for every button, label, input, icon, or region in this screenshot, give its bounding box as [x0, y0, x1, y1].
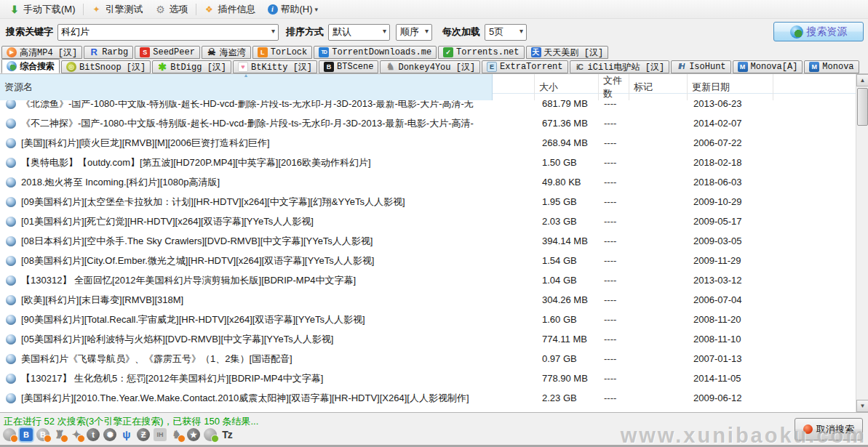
resource-name: [01美国科幻片][死亡幻觉][HR-HDTV][x264][双语字幕][YYe… [21, 215, 314, 228]
rest-cell [773, 172, 856, 192]
result-row[interactable]: [美国科幻片][2010.The.Year.We.Make.Contact.20… [0, 388, 856, 408]
engine-status-icon[interactable]: ★ [187, 428, 200, 441]
result-row[interactable]: 【奥特电影】【outdy.com】[第五波][HD720P.MP4][中英字幕]… [0, 153, 856, 172]
size-cell: 778.90 MB [535, 369, 599, 388]
engine-status-icon[interactable]: ♜ [53, 428, 66, 441]
result-row[interactable]: 【130217】 生化危机5：惩罚[2012年美国科幻片][BDRIP-MP4中… [0, 369, 856, 388]
engine-status-icon[interactable]: Ƶ [137, 428, 150, 441]
menu-item[interactable]: i 帮助(H) [262, 1, 324, 18]
result-row[interactable]: [08美国科幻片][City.Of.Ember.微光之城][HR-HDTV][x… [0, 251, 856, 270]
engine-status-icon[interactable]: ♞ [170, 428, 183, 441]
engine-tab-label: 高清MP4 [汉] [20, 47, 77, 59]
result-row[interactable]: 《不二神探》-国产-1080-中文版-特别版-超长-HD-vcd-删除-片段-t… [0, 113, 856, 133]
engine-status-icon[interactable]: Tz [220, 428, 234, 441]
date-cell: 2008-11-20 [688, 310, 773, 329]
column-header-label: 更新日期 [692, 81, 730, 94]
menu-item[interactable]: ⚙ 选项 [149, 1, 194, 18]
search-resources-button[interactable]: 搜索资源 [773, 22, 864, 41]
files-cell: ---- [599, 212, 629, 231]
engine-status-icon[interactable]: IH [154, 428, 167, 441]
mark-cell [629, 153, 688, 172]
menu-item[interactable]: ❖ 插件信息 [198, 1, 262, 18]
engine-tab[interactable]: ▶ 高清MP4 [汉] [1, 46, 82, 59]
result-row[interactable]: [08日本科幻片][空中杀手.The Sky Crawlers][DVD-RMV… [0, 231, 856, 251]
files-cell: ---- [599, 329, 629, 349]
torrent-globe-icon [6, 393, 16, 403]
engine-tab[interactable]: ✓ Torrents.net [438, 46, 524, 59]
result-row[interactable]: [90美国科幻片][Total.Recall.宇宙威龙][HR-HDTV][x2… [0, 310, 856, 329]
engine-status-icon[interactable]: ψ [120, 428, 133, 441]
engine-tab[interactable]: M Monova[A] [733, 60, 803, 73]
result-row[interactable]: [09美国科幻片][太空堡垒卡拉狄加：计划][HR-HDTV][x264][中文… [0, 192, 856, 212]
engine-tab[interactable]: ♥ BtKitty [汉] [233, 60, 317, 73]
result-row[interactable]: [01美国科幻片][死亡幻觉][HR-HDTV][x264][双语字幕][YYe… [0, 212, 856, 231]
rest-cell [773, 133, 856, 153]
engine-tab[interactable]: IH IsoHunt [671, 60, 730, 73]
files-cell: ---- [599, 388, 629, 408]
menu-item[interactable]: ⬇ 手动下载(M) [3, 1, 81, 18]
column-header-date[interactable]: 更新日期 [688, 74, 773, 100]
load-select[interactable]: 5页 [485, 24, 527, 41]
cancel-search-button[interactable]: 取消搜索 [795, 418, 863, 440]
menu-item[interactable] [83, 4, 84, 15]
result-row[interactable]: [欧美][科幻片][末日毒变][RMVB][318M] 304.26 MB --… [0, 290, 856, 310]
menu-item-label: 插件信息 [218, 3, 256, 16]
menu-item[interactable]: ✦ 引擎测试 [85, 1, 149, 18]
search-keyword-input[interactable] [58, 25, 278, 40]
rest-cell [773, 329, 856, 349]
menu-item[interactable] [196, 4, 196, 15]
scroll-down-button[interactable]: ▼ [856, 400, 868, 412]
engine-tab[interactable]: L TorLock [252, 46, 312, 59]
keyword-combobox[interactable] [57, 24, 279, 41]
engine-tab[interactable]: ☠ 海盗湾 [202, 46, 251, 59]
engine-status-icon[interactable]: B [36, 428, 49, 441]
sort-select[interactable]: 默认 [328, 24, 390, 41]
column-header-name[interactable]: 资源名 [0, 74, 493, 100]
engine-tab[interactable]: B BTScene [319, 60, 378, 73]
engine-status-icon[interactable]: ✦ [70, 428, 83, 441]
torrent-globe-icon [6, 295, 16, 305]
engine-status-icon[interactable]: B [20, 428, 33, 441]
table-header: 资源名 大小 文件数 标记 更新日期 [0, 74, 856, 94]
engine-tab[interactable]: 综合搜索 [1, 59, 60, 73]
size-cell: 394.14 MB [535, 231, 599, 251]
order-select[interactable]: 顺序 [396, 24, 432, 41]
column-header-files[interactable]: 文件数 [599, 74, 629, 100]
engine-tab[interactable]: E ExtraTorrent [482, 60, 568, 73]
engine-status-icon[interactable]: t [87, 428, 100, 441]
engine-tab[interactable]: ✱ BtDigg [汉] [152, 60, 231, 73]
menu-item-label: 手动下载(M) [23, 3, 76, 16]
engine-tab[interactable]: TD TorrentDownloads.me [314, 46, 437, 59]
order-value: 顺序 [397, 25, 434, 39]
torrent-globe-icon [6, 217, 16, 227]
engine-tab[interactable]: ♞ Donkey4You [汉] [380, 60, 480, 73]
result-row[interactable]: 【130312】 全面回忆[2012年美国科幻片导演剪辑加长版][BDRIP-M… [0, 270, 856, 290]
engine-tab[interactable]: 天 天天美剧 [汉] [526, 46, 609, 59]
engine-status-icon[interactable]: ✺ [103, 428, 116, 441]
rest-cell [773, 231, 856, 251]
column-header-mark[interactable]: 标记 [629, 74, 688, 100]
engine-tab-icon: B [324, 62, 334, 72]
spacer-cell [493, 349, 535, 369]
result-row[interactable]: [美国][科幻片][喷火巨龙][RMVB][M][2006巨资打造科幻巨作] 2… [0, 133, 856, 153]
engine-tab[interactable]: iC iCili电驴站 [汉] [570, 60, 670, 73]
engine-tab[interactable]: M Monova [804, 60, 859, 73]
result-row[interactable]: 美国科幻片《飞碟导航员》、《霹雳五号》（1、2集）[国语配音] 0.97 GB … [0, 349, 856, 369]
engine-status-icon[interactable] [3, 428, 16, 441]
result-row[interactable]: [05美国科幻片][哈利波特与火焰杯][DVD-RMVB][中文字幕][YYeT… [0, 329, 856, 349]
column-header-spacer[interactable] [493, 74, 535, 100]
scrollbar-thumb[interactable] [857, 88, 868, 126]
spacer-cell [493, 133, 535, 153]
scroll-up-button[interactable]: ▲ [856, 74, 868, 86]
engine-tab[interactable]: ◎ BitSnoop [汉] [61, 60, 151, 73]
engine-status-icon[interactable] [204, 428, 217, 441]
mark-cell [629, 310, 688, 329]
column-header-size[interactable]: 大小 [535, 74, 599, 100]
size-cell: 2.03 GB [535, 212, 599, 231]
result-row[interactable]: 2018.炮火将至 Incoming.[科幻片][1080p高清版] 49.80… [0, 172, 856, 192]
engine-tab[interactable]: S SeedPeer [135, 46, 200, 59]
column-header-rest[interactable] [773, 74, 856, 100]
vertical-scrollbar[interactable]: ▲ ▼ [856, 74, 868, 412]
engine-tab[interactable]: R Rarbg [84, 46, 133, 59]
mark-cell [629, 192, 688, 212]
